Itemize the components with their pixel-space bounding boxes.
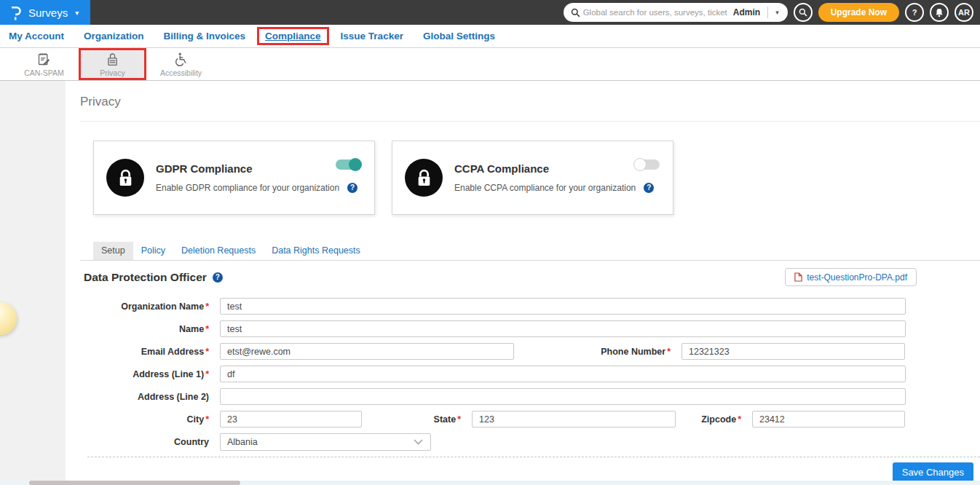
card-description-text: Enable GDPR compliance for your organiza…: [156, 183, 339, 193]
form-row: City* State* Zipcode*: [66, 411, 980, 427]
save-row: Save Changes: [66, 462, 973, 482]
horizontal-scrollbar: [0, 481, 980, 485]
tab-data-rights-requests[interactable]: Data Rights Requests: [264, 242, 368, 260]
dpo-form: Organization Name* Name* Email Address* …: [66, 298, 980, 451]
gdpr-tabs: Setup Policy Deletion Requests Data Righ…: [80, 242, 980, 261]
search-button[interactable]: [794, 3, 813, 22]
lock-badge-icon: [106, 159, 144, 197]
address-line1-field[interactable]: [220, 366, 906, 382]
questionpro-logo-icon: [10, 5, 22, 20]
card-description: Enable GDPR compliance for your organiza…: [156, 183, 362, 193]
toolbar-item-privacy[interactable]: Privacy: [79, 48, 146, 80]
form-row: Address (Line 1)*: [66, 366, 980, 382]
toolbar-item-label: Privacy: [100, 68, 125, 77]
account-nav: My Account Organization Billing & Invoic…: [0, 25, 980, 48]
main-area: Privacy GDPR Compliance Enable GDPR comp…: [0, 81, 980, 485]
dpa-pdf-button[interactable]: test-QuestionPro-DPA.pdf: [785, 268, 917, 286]
dpo-section-header: Data Protection Officer ? test-QuestionP…: [84, 268, 917, 286]
toolbar-item-label: Accessibility: [160, 68, 202, 77]
toolbar-item-can-spam[interactable]: CAN-SPAM: [10, 48, 78, 80]
country-select[interactable]: Albania: [220, 433, 431, 451]
nav-item-issue-tracker[interactable]: Issue Tracker: [341, 31, 403, 42]
nav-item-my-account[interactable]: My Account: [9, 31, 64, 42]
toggle-knob: [633, 158, 647, 171]
tab-setup[interactable]: Setup: [93, 242, 133, 260]
bell-icon: [935, 8, 944, 17]
padlock-icon: [106, 52, 119, 67]
form-row: Name*: [66, 320, 980, 337]
dpa-pdf-label: test-QuestionPro-DPA.pdf: [807, 272, 907, 283]
search-icon: [799, 8, 807, 17]
card-title: CCPA Compliance: [454, 162, 660, 175]
page-title: Privacy: [80, 95, 980, 109]
gdpr-compliance-card: GDPR Compliance Enable GDPR compliance f…: [93, 141, 375, 215]
search-icon: [571, 8, 580, 17]
address-line2-field[interactable]: [220, 388, 906, 405]
dpo-help-icon[interactable]: ?: [213, 272, 223, 283]
privacy-panel: Privacy GDPR Compliance Enable GDPR comp…: [66, 81, 980, 485]
country-label: Country: [66, 437, 220, 447]
product-name: Surveys: [28, 7, 68, 19]
address-line1-label: Address (Line 1)*: [66, 369, 220, 379]
email-field[interactable]: [220, 343, 514, 360]
form-row: Address (Line 2): [66, 388, 980, 405]
product-caret-down-icon: ▾: [75, 9, 79, 17]
lock-badge-icon: [405, 159, 443, 197]
gdpr-toggle[interactable]: [336, 159, 361, 170]
city-field[interactable]: [220, 411, 362, 427]
nav-item-global-settings[interactable]: Global Settings: [423, 31, 495, 42]
form-row: Email Address* Phone Number*: [66, 343, 980, 360]
compliance-toolbar: CAN-SPAM Privacy Accessibility: [0, 48, 980, 81]
form-row: Country Albania: [66, 433, 980, 451]
name-field[interactable]: [220, 320, 906, 337]
pdf-file-icon: [794, 272, 802, 282]
country-selected-value: Albania: [227, 437, 258, 447]
form-divider: [87, 457, 980, 457]
name-label: Name*: [66, 324, 220, 334]
zipcode-label: Zipcode*: [676, 414, 752, 425]
card-description: Enable CCPA compliance for your organiza…: [454, 183, 660, 193]
chevron-down-icon: [414, 439, 423, 445]
organization-name-field[interactable]: [220, 298, 906, 315]
wheelchair-icon: [173, 52, 189, 67]
card-title: GDPR Compliance: [156, 162, 362, 175]
upgrade-now-button[interactable]: Upgrade Now: [818, 3, 899, 22]
card-description-text: Enable CCPA compliance for your organiza…: [454, 183, 636, 193]
product-switcher[interactable]: Surveys ▾: [0, 0, 90, 25]
card-body: GDPR Compliance Enable GDPR compliance f…: [156, 162, 362, 193]
ccpa-compliance-card: CCPA Compliance Enable CCPA compliance f…: [392, 141, 673, 215]
global-search-input[interactable]: [580, 8, 730, 17]
ccpa-help-icon[interactable]: ?: [644, 183, 654, 193]
avatar[interactable]: AR: [955, 3, 973, 22]
address-line2-label: Address (Line 2): [66, 392, 220, 402]
notifications-button[interactable]: [930, 3, 949, 22]
zipcode-field[interactable]: [752, 411, 905, 427]
state-field[interactable]: [472, 411, 676, 427]
horizontal-scrollbar-thumb[interactable]: [29, 481, 240, 485]
toolbar-item-accessibility[interactable]: Accessibility: [147, 48, 215, 80]
gdpr-help-icon[interactable]: ?: [347, 183, 357, 193]
email-address-label: Email Address*: [66, 347, 220, 357]
save-changes-button[interactable]: Save Changes: [893, 462, 973, 482]
tab-deletion-requests[interactable]: Deletion Requests: [173, 242, 264, 260]
page-header: Privacy: [80, 81, 980, 122]
ccpa-toggle[interactable]: [634, 159, 660, 170]
compliance-cards: GDPR Compliance Enable GDPR compliance f…: [93, 141, 980, 215]
help-button[interactable]: ?: [905, 3, 924, 22]
toolbar-item-label: CAN-SPAM: [24, 68, 64, 77]
dpo-heading-text: Data Protection Officer: [84, 271, 207, 284]
dpo-heading: Data Protection Officer ?: [84, 271, 223, 284]
phone-number-label: Phone Number*: [514, 347, 681, 357]
search-scope-selector[interactable]: Admin: [730, 7, 767, 17]
state-label: State*: [362, 414, 472, 425]
nav-item-organization[interactable]: Organization: [84, 31, 144, 42]
form-row: Organization Name*: [66, 298, 980, 315]
nav-item-compliance[interactable]: Compliance: [257, 27, 329, 45]
phone-number-field[interactable]: [681, 343, 905, 360]
global-search: Admin ▾: [564, 3, 788, 22]
document-pencil-icon: [36, 52, 52, 67]
search-scope-caret-icon[interactable]: ▾: [768, 9, 788, 16]
toggle-knob: [349, 158, 362, 171]
tab-policy[interactable]: Policy: [133, 242, 173, 260]
nav-item-billing-invoices[interactable]: Billing & Invoices: [164, 31, 246, 42]
